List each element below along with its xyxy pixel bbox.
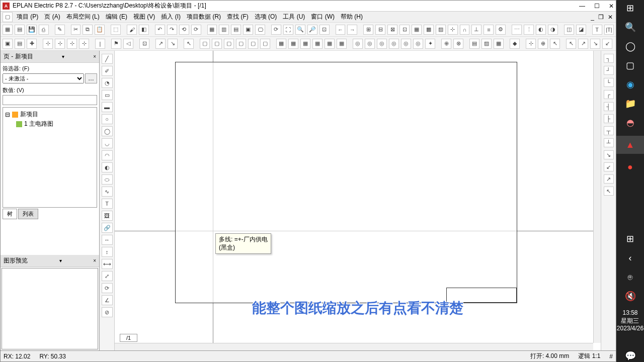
t2-39-icon[interactable]: ⊹ [526, 39, 536, 49]
copy-icon[interactable]: ⧉ [83, 25, 93, 35]
refresh-icon[interactable]: ⟳ [271, 25, 281, 35]
filter-more-button[interactable]: … [85, 73, 97, 83]
app1-icon[interactable]: ◓ [624, 117, 636, 129]
misc2-icon[interactable]: ⋮ [524, 25, 534, 35]
close-button[interactable]: ✕ [609, 3, 614, 10]
rt-5-icon[interactable]: ┤ [604, 102, 614, 111]
arc1-icon[interactable]: ◡ [102, 138, 113, 148]
rt-11-icon[interactable]: ↗ [604, 174, 614, 184]
t2-40-icon[interactable]: ⊕ [538, 39, 548, 49]
zoom-out-icon[interactable]: 🔎 [307, 25, 317, 35]
brush-icon[interactable]: 🖌 [127, 25, 137, 35]
t2-7-icon[interactable]: ⊹ [79, 39, 89, 49]
t2-45-icon[interactable]: ↙ [602, 39, 612, 49]
menu-edit[interactable]: 编辑 (E) [104, 12, 129, 22]
misc1-icon[interactable]: ⋯ [512, 25, 522, 35]
grid2-icon[interactable]: ⊟ [375, 25, 385, 35]
menu-insert[interactable]: 插入 (I) [159, 12, 183, 22]
redo-icon[interactable]: ↷ [167, 25, 177, 35]
taskbar-clock[interactable]: 13:58 星期三 2023/4/26 [617, 309, 643, 343]
widgets-icon[interactable]: ▢ [624, 59, 636, 71]
ellipse-icon[interactable]: ◯ [102, 126, 113, 136]
ortho-icon[interactable]: ⊥ [471, 25, 481, 35]
menu-project[interactable]: 项目 (P) [15, 12, 40, 22]
t2-19-icon[interactable]: ▢ [260, 39, 270, 49]
arc-tab-icon[interactable]: ◔ [102, 78, 113, 88]
table4-icon[interactable]: ▣ [243, 25, 253, 35]
table1-icon[interactable]: ▦ [207, 25, 217, 35]
dim6-icon[interactable]: ∠ [102, 295, 113, 305]
misc4-icon[interactable]: ◑ [548, 25, 558, 35]
grid5-icon[interactable]: ▦ [412, 25, 422, 35]
flag-icon[interactable]: ⚑ [111, 39, 121, 49]
panel-close-icon[interactable]: × [93, 54, 96, 59]
print-icon[interactable]: ⎙ [39, 25, 49, 35]
rt-12-icon[interactable]: ↖ [604, 187, 614, 196]
menu-find[interactable]: 查找 (F) [225, 12, 251, 22]
t2-20-icon[interactable]: ▦ [276, 39, 286, 49]
windows-start-icon[interactable]: ⊞ [624, 2, 636, 14]
dim2-icon[interactable]: ↕ [102, 247, 113, 257]
t2-43-icon[interactable]: ↗ [578, 39, 588, 49]
t2-cursor-icon[interactable]: ↖ [184, 39, 194, 49]
page-tree[interactable]: ⊟ 新项目 1 主电路图 [3, 107, 97, 208]
rt-2-icon[interactable]: ┘ [604, 66, 614, 75]
misc3-icon[interactable]: ◐ [536, 25, 546, 35]
layer-icon[interactable]: ≡ [484, 25, 494, 35]
grid6-icon[interactable]: ▩ [424, 25, 434, 35]
ellipse2-icon[interactable]: ⬭ [102, 174, 113, 185]
grid1-icon[interactable]: ⊞ [363, 25, 373, 35]
t2-2-icon[interactable]: ▤ [15, 39, 25, 49]
t2-34-icon[interactable]: ⊗ [453, 39, 463, 49]
sheet-tab[interactable]: /1 [120, 334, 137, 342]
eplan-app-icon[interactable]: ▲ [624, 139, 636, 151]
t2-37-icon[interactable]: ▦ [494, 39, 504, 49]
dim1-icon[interactable]: ↔ [102, 235, 113, 245]
t2-3-icon[interactable]: ✚ [27, 39, 37, 49]
open-icon[interactable]: ▤ [15, 25, 25, 35]
rt-9-icon[interactable]: ↘ [604, 150, 614, 159]
image-icon[interactable]: 🖼 [102, 211, 113, 221]
tray-grid-icon[interactable]: ⊞ [624, 233, 636, 245]
save-icon[interactable]: 💾 [27, 25, 37, 35]
magnet-icon[interactable]: ∩ [460, 25, 470, 35]
t2-1-icon[interactable]: ▣ [3, 39, 13, 49]
t2-33-icon[interactable]: ⊕ [441, 39, 451, 49]
mdi-minimize-button[interactable]: _ [590, 14, 595, 21]
t2-29-icon[interactable]: ◎ [389, 39, 399, 49]
search-icon[interactable]: 🔍 [624, 21, 636, 33]
table3-icon[interactable]: ▤ [231, 25, 241, 35]
dim3-icon[interactable]: ⟷ [102, 259, 113, 269]
text-icon[interactable]: T [102, 199, 113, 209]
rt-6-icon[interactable]: ├ [604, 114, 614, 123]
rect-icon[interactable]: ▭ [102, 90, 113, 100]
t2-28-icon[interactable]: ◎ [377, 39, 387, 49]
t2-18-icon[interactable]: ▢ [248, 39, 258, 49]
arc3-icon[interactable]: ◐ [102, 162, 113, 172]
nav-fwd-icon[interactable]: → [347, 25, 357, 35]
t2-30-icon[interactable]: ◎ [401, 39, 411, 49]
text1-icon[interactable]: T [592, 25, 602, 35]
scrollbar-horizontal[interactable] [115, 343, 593, 350]
tray-volume-icon[interactable]: 🔇 [624, 290, 636, 302]
undo-step-icon[interactable]: ⟲ [179, 25, 189, 35]
filter-select[interactable]: - 未激活 - [3, 73, 84, 83]
t2-6-icon[interactable]: ⊹ [67, 39, 77, 49]
t2-13-icon[interactable]: ↘ [168, 39, 178, 49]
arc2-icon[interactable]: ◠ [102, 150, 113, 160]
menu-window[interactable]: 窗口 (W) [309, 12, 337, 22]
mdi-restore-button[interactable]: ❐ [597, 14, 605, 21]
t2-14-icon[interactable]: ▢ [200, 39, 210, 49]
settings-icon[interactable]: ⚙ [496, 25, 506, 35]
dim7-icon[interactable]: ⊘ [102, 307, 113, 317]
menu-page[interactable]: 页 (A) [42, 12, 62, 22]
redo-step-icon[interactable]: ⟳ [191, 25, 201, 35]
menu-help[interactable]: 帮助 (H) [339, 12, 365, 22]
circle-icon[interactable]: ○ [102, 114, 113, 124]
tab-tree[interactable]: 树 [3, 209, 17, 219]
grid7-icon[interactable]: ▨ [436, 25, 446, 35]
tab-list[interactable]: 列表 [18, 209, 38, 219]
line-icon[interactable]: ╱ [102, 54, 113, 64]
tree-child[interactable]: 1 主电路图 [5, 119, 95, 129]
t2-23-icon[interactable]: ▦ [312, 39, 323, 49]
